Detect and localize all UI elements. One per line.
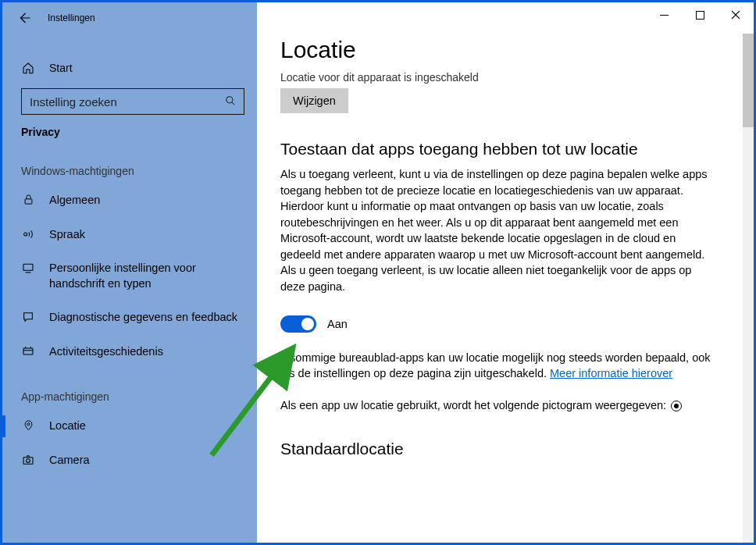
sidebar-item-camera[interactable]: Camera: [2, 443, 257, 478]
titlebar-left: Instellingen: [2, 2, 257, 34]
sidebar-item-location[interactable]: Locatie: [2, 409, 257, 443]
sidebar-item-activity[interactable]: Activiteitsgeschiedenis: [2, 335, 257, 369]
location-toggle-row: Aan: [280, 315, 722, 333]
search-input[interactable]: [30, 95, 217, 109]
speech-icon: [21, 228, 35, 240]
search-box[interactable]: [21, 88, 244, 115]
maximize-button[interactable]: [682, 2, 718, 27]
lock-icon: [21, 194, 35, 205]
change-button[interactable]: Wijzigen: [280, 88, 348, 113]
camera-icon: [21, 454, 35, 466]
svg-rect-3: [23, 264, 33, 270]
section-header-app-permissions: App-machtigingen: [2, 369, 257, 409]
default-location-heading: Standaardlocatie: [280, 440, 722, 458]
inking-icon: [21, 262, 35, 274]
home-label: Start: [49, 62, 73, 74]
sidebar-item-inking[interactable]: Persoonlijke instellingen voor handschri…: [2, 251, 257, 301]
scrollbar-thumb[interactable]: [743, 34, 754, 127]
sidebar-item-label: Camera: [49, 453, 90, 468]
sidebar: Instellingen Start Privacy Windows-macht…: [2, 2, 257, 543]
location-toggle-label: Aan: [327, 318, 348, 330]
titlebar-right: [257, 2, 754, 34]
sidebar-item-general[interactable]: Algemeen: [2, 183, 257, 218]
device-location-status: Locatie voor dit apparaat is ingeschakel…: [280, 71, 722, 84]
sidebar-item-label: Spraak: [49, 227, 85, 243]
close-button[interactable]: [718, 2, 754, 27]
location-toggle[interactable]: [280, 315, 316, 333]
minimize-button[interactable]: [646, 2, 682, 27]
sidebar-item-label: Persoonlijke instellingen voor handschri…: [49, 261, 246, 291]
section-header-windows-permissions: Windows-machtigingen: [2, 143, 257, 183]
category-label: Privacy: [2, 115, 257, 143]
allow-apps-description: Als u toegang verleent, kunt u via de in…: [280, 166, 718, 295]
sidebar-item-label: Activiteitsgeschiedenis: [49, 344, 163, 360]
app-title: Instellingen: [48, 12, 95, 23]
sidebar-item-speech[interactable]: Spraak: [2, 218, 257, 252]
activity-icon: [21, 345, 35, 358]
svg-point-0: [226, 96, 233, 102]
svg-point-2: [24, 233, 27, 236]
back-button[interactable]: [15, 9, 34, 27]
svg-rect-6: [23, 458, 33, 465]
location-indicator-icon: [671, 401, 682, 411]
svg-rect-1: [25, 199, 32, 204]
sidebar-item-label: Locatie: [49, 419, 86, 434]
sidebar-item-diagnostics[interactable]: Diagnostische gegevens en feedback: [2, 301, 257, 335]
svg-point-5: [27, 423, 29, 426]
desktop-apps-note: n sommige bureaublad-apps kan uw locatie…: [280, 350, 718, 382]
settings-window: Instellingen Start Privacy Windows-macht…: [0, 0, 756, 545]
home-icon: [21, 62, 35, 74]
allow-apps-heading: Toestaan dat apps toegang hebben tot uw …: [280, 140, 722, 159]
more-info-link[interactable]: Meer informatie hierover: [550, 367, 672, 379]
content-area: Locatie Locatie voor dit apparaat is ing…: [257, 34, 754, 458]
indicator-note: Als een app uw locatie gebruikt, wordt h…: [280, 397, 718, 414]
sidebar-item-label: Diagnostische gegevens en feedback: [49, 310, 237, 326]
svg-rect-8: [696, 11, 704, 19]
sidebar-item-label: Algemeen: [49, 193, 100, 208]
svg-point-7: [27, 459, 30, 463]
main-pane: Locatie Locatie voor dit apparaat is ing…: [257, 2, 754, 543]
page-title: Locatie: [280, 37, 722, 63]
svg-rect-4: [23, 348, 33, 354]
location-icon: [21, 419, 35, 431]
home-button[interactable]: Start: [2, 55, 257, 80]
feedback-icon: [21, 311, 35, 323]
search-container: [2, 80, 257, 115]
search-icon: [225, 95, 236, 109]
